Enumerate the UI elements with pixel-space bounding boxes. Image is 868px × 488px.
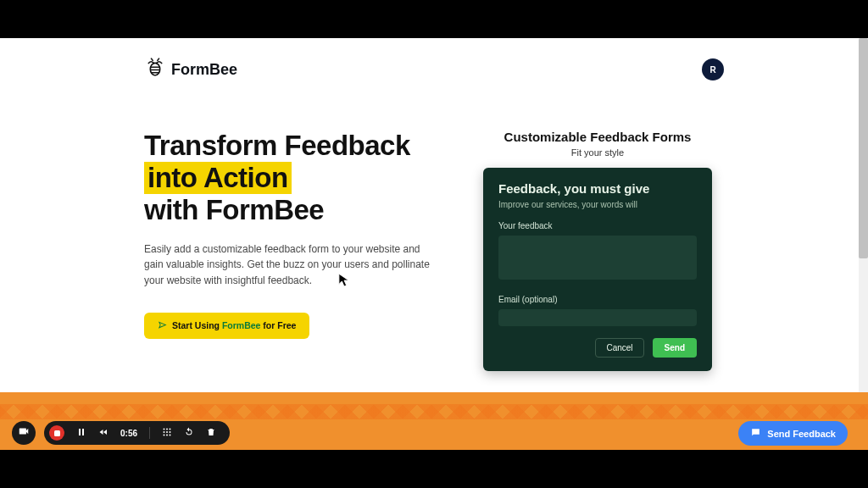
form-tagline: Improve our services, your words will bbox=[498, 200, 697, 209]
page-viewport: FormBee R Transform Feedback into Action… bbox=[0, 38, 868, 450]
camera-icon bbox=[18, 425, 30, 441]
recorder-controls: 0:56 bbox=[44, 421, 230, 445]
svg-point-6 bbox=[170, 431, 171, 433]
svg-point-8 bbox=[166, 435, 168, 436]
headline-line1: Transform Feedback bbox=[144, 130, 410, 161]
screen-recorder-toolbar: 0:56 bbox=[12, 421, 230, 445]
hero-copy: Transform Feedback into Action with Form… bbox=[144, 130, 458, 371]
camera-toggle-button[interactable] bbox=[12, 421, 36, 445]
send-feedback-button[interactable]: Send Feedback bbox=[738, 421, 848, 446]
zigzag-pattern bbox=[0, 404, 868, 419]
form-heading: Feedback, you must give bbox=[498, 181, 697, 196]
paper-plane-icon bbox=[158, 320, 167, 331]
headline-highlight: into Action bbox=[144, 162, 292, 194]
svg-point-5 bbox=[166, 431, 168, 433]
grid-icon bbox=[162, 425, 172, 441]
headline-line3: with FormBee bbox=[144, 194, 324, 225]
rewind-button[interactable] bbox=[98, 428, 108, 438]
letterbox-bottom bbox=[0, 450, 868, 488]
bee-icon bbox=[144, 57, 166, 83]
delete-recording-button[interactable] bbox=[206, 428, 216, 438]
hero-subtext: Easily add a customizable feedback form … bbox=[144, 241, 441, 289]
cancel-button[interactable]: Cancel bbox=[595, 338, 643, 358]
svg-point-2 bbox=[166, 429, 168, 430]
email-label: Email (optional) bbox=[498, 295, 697, 304]
user-avatar[interactable]: R bbox=[702, 58, 724, 80]
avatar-initial: R bbox=[709, 65, 715, 75]
letterbox-top bbox=[0, 0, 868, 38]
svg-point-4 bbox=[164, 431, 165, 433]
hero-section: Transform Feedback into Action with Form… bbox=[144, 130, 724, 371]
restart-button[interactable] bbox=[184, 428, 194, 438]
email-field[interactable] bbox=[498, 309, 697, 326]
stop-record-button[interactable] bbox=[49, 425, 64, 441]
rewind-icon bbox=[98, 425, 108, 441]
cta-label: Start Using FormBee for Free bbox=[172, 320, 296, 330]
send-feedback-label: Send Feedback bbox=[767, 429, 836, 439]
form-actions: Cancel Send bbox=[498, 338, 697, 358]
svg-point-9 bbox=[170, 435, 171, 436]
cta-start-free-button[interactable]: Start Using FormBee for Free bbox=[144, 313, 309, 339]
feedback-form-card: Feedback, you must give Improve our serv… bbox=[483, 168, 712, 371]
trash-icon bbox=[206, 425, 216, 441]
restart-icon bbox=[184, 425, 194, 441]
draw-tool-button[interactable] bbox=[162, 428, 172, 438]
site-header: FormBee R bbox=[144, 38, 724, 89]
svg-point-7 bbox=[164, 435, 165, 436]
send-button[interactable]: Send bbox=[653, 338, 697, 358]
feedback-textarea[interactable] bbox=[498, 236, 697, 280]
recorder-time: 0:56 bbox=[120, 429, 137, 438]
brand-name: FormBee bbox=[171, 61, 237, 79]
pause-icon bbox=[76, 425, 86, 441]
toolbar-divider bbox=[149, 427, 150, 439]
svg-point-3 bbox=[170, 429, 171, 430]
hero-preview: Customizable Feedback Forms Fit your sty… bbox=[483, 130, 712, 371]
feedback-label: Your feedback bbox=[498, 221, 697, 230]
chat-icon bbox=[750, 427, 761, 440]
preview-subtitle: Fit your style bbox=[483, 147, 712, 158]
pause-button[interactable] bbox=[76, 428, 86, 438]
hero-headline: Transform Feedback into Action with Form… bbox=[144, 130, 458, 226]
brand-logo[interactable]: FormBee bbox=[144, 57, 237, 83]
preview-title: Customizable Feedback Forms bbox=[483, 130, 712, 144]
svg-point-1 bbox=[164, 429, 165, 430]
